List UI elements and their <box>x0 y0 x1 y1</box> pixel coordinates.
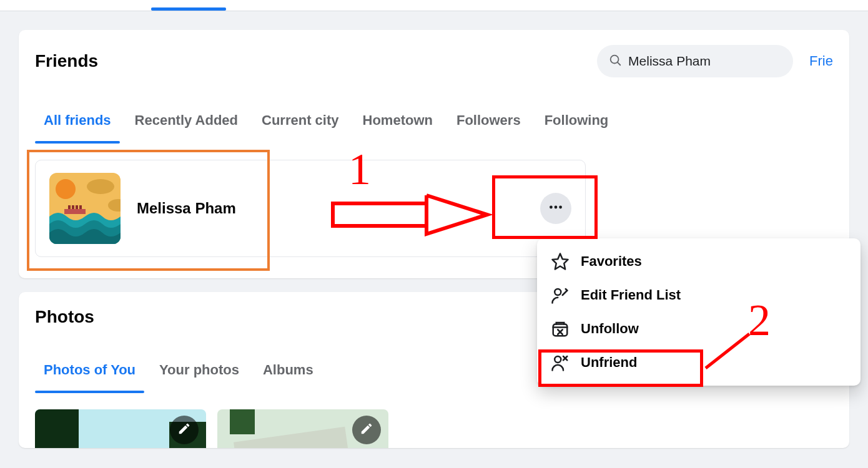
friends-search[interactable] <box>597 45 793 77</box>
menu-item-favorites[interactable]: Favorites <box>543 245 854 278</box>
tab-albums[interactable]: Albums <box>254 356 322 393</box>
svg-point-13 <box>559 206 562 209</box>
tab-hometown[interactable]: Hometown <box>354 106 441 144</box>
star-icon <box>551 252 570 271</box>
friends-tabbar: All friends Recently Added Current city … <box>35 106 833 144</box>
menu-label: Unfollow <box>581 321 639 337</box>
svg-rect-9 <box>76 205 78 209</box>
svg-point-19 <box>555 356 561 363</box>
tab-followers[interactable]: Followers <box>448 106 530 144</box>
friends-heading: Friends <box>35 51 98 71</box>
svg-point-12 <box>555 206 558 209</box>
friend-row[interactable]: Melissa Pham <box>35 160 586 257</box>
friend-more-button[interactable] <box>540 193 571 224</box>
search-icon <box>608 53 622 69</box>
page-topbar <box>0 0 868 11</box>
svg-rect-7 <box>68 205 71 209</box>
friend-actions-menu: Favorites Edit Friend List Unfollow Unfr… <box>537 238 861 386</box>
edit-photo-button[interactable] <box>352 416 381 444</box>
pencil-icon <box>177 422 191 438</box>
svg-point-4 <box>87 179 114 194</box>
tab-all-friends[interactable]: All friends <box>35 106 120 144</box>
tab-following[interactable]: Following <box>536 106 618 144</box>
topbar-active-indicator <box>151 7 226 11</box>
svg-line-1 <box>618 62 620 65</box>
svg-rect-8 <box>72 205 74 209</box>
friend-requests-link[interactable]: Frie <box>809 53 833 69</box>
svg-point-11 <box>550 206 553 209</box>
svg-marker-14 <box>553 254 568 270</box>
svg-point-3 <box>56 179 76 199</box>
pencil-icon <box>360 422 373 438</box>
user-edit-icon <box>551 286 570 305</box>
friend-avatar[interactable] <box>49 173 121 244</box>
menu-item-unfriend[interactable]: Unfriend <box>543 346 854 379</box>
menu-label: Edit Friend List <box>581 287 681 303</box>
photos-grid <box>35 409 833 448</box>
friends-search-input[interactable] <box>628 54 782 69</box>
user-x-icon <box>551 353 570 372</box>
svg-rect-24 <box>35 409 79 448</box>
svg-rect-10 <box>79 205 82 209</box>
tab-your-photos[interactable]: Your photos <box>150 356 248 393</box>
svg-rect-16 <box>553 324 568 336</box>
menu-item-unfollow[interactable]: Unfollow <box>543 312 854 346</box>
friend-name[interactable]: Melissa Pham <box>137 200 236 217</box>
tab-current-city[interactable]: Current city <box>253 106 347 144</box>
ellipsis-icon <box>548 199 564 218</box>
tab-photos-of-you[interactable]: Photos of You <box>35 356 144 393</box>
photo-thumb[interactable] <box>217 409 388 448</box>
svg-rect-6 <box>64 209 86 214</box>
box-x-icon <box>551 319 570 338</box>
photo-thumb[interactable] <box>35 409 206 448</box>
menu-label: Favorites <box>581 253 642 270</box>
tab-recently-added[interactable]: Recently Added <box>126 106 247 144</box>
menu-item-edit-friend-list[interactable]: Edit Friend List <box>543 278 854 312</box>
edit-photo-button[interactable] <box>170 416 199 444</box>
menu-label: Unfriend <box>581 354 637 371</box>
svg-rect-29 <box>230 409 255 434</box>
svg-point-15 <box>555 289 561 295</box>
